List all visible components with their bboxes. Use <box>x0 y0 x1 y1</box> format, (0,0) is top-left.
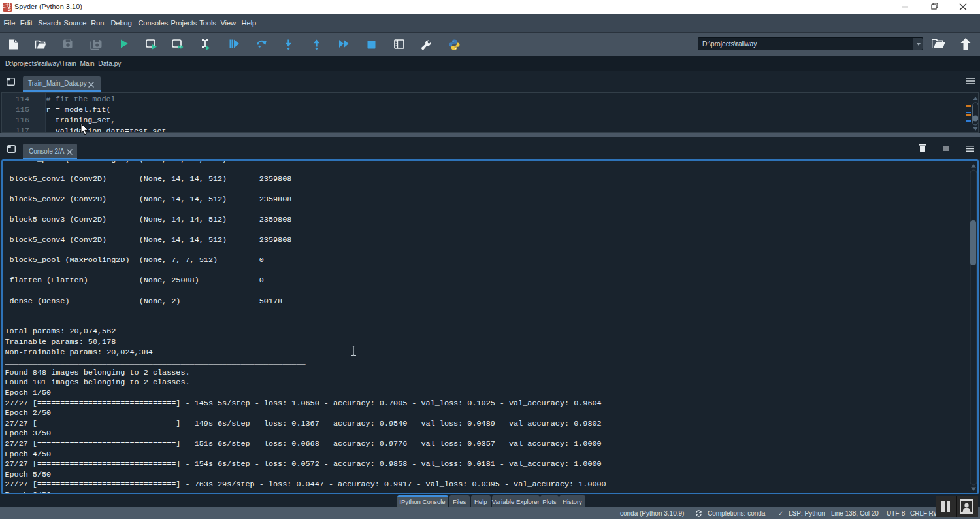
svg-text:S: S <box>8 6 12 12</box>
